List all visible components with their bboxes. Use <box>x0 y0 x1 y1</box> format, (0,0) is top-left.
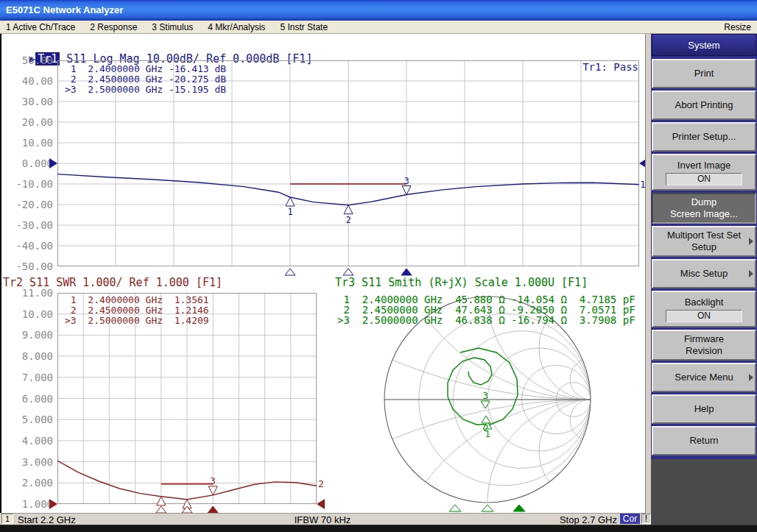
tr2-y-label-9.000: 9.000 <box>10 329 53 341</box>
softkey-misc-setup-label: Misc Setup <box>680 268 728 280</box>
tr2-end-label: 2 <box>318 478 324 489</box>
softkey-backlight[interactable]: BacklightON <box>652 291 756 327</box>
tr1-marker-row-1: 1 2.4000000 GHz -16.413 dB <box>65 64 226 74</box>
softkey-invert-image-toggle[interactable]: ON <box>666 173 742 185</box>
softkey-firmware-revision-label: Revision <box>686 345 722 357</box>
tr1-y-label-10.00: 10.00 <box>10 137 53 149</box>
softkey-multiport-test-set-setup[interactable]: Multiport Test SetSetup <box>652 226 756 257</box>
status-stop-frequency: Stop 2.7 GHz <box>507 514 617 525</box>
tr1-ref-arrow-left-icon <box>49 158 57 169</box>
tr1-marker-row-3: >3 2.5000000 GHz -15.195 dB <box>65 85 226 95</box>
softkey-backlight-toggle[interactable]: ON <box>666 310 742 322</box>
tr3-stimulus-marker-3 <box>513 505 525 511</box>
tr2-ref-arrow-right-icon <box>317 499 325 509</box>
tr3-marker-table: 1 2.4000000 GHz 45.880 Ω -14.054 Ω 4.718… <box>337 294 635 325</box>
tr2-y-label-6.000: 6.000 <box>10 393 53 405</box>
tr2-y-label-3.000: 3.000 <box>10 456 53 468</box>
tr2-header: Tr2 S11 SWR 1.000/ Ref 1.000 [F1] <box>3 276 222 288</box>
tr2-y-label-8.000: 8.000 <box>10 350 53 362</box>
softkey-backlight-label: Backlight <box>685 297 724 308</box>
correction-badge: Cor <box>620 514 640 524</box>
tr2-ref-arrow-left-icon <box>49 499 57 509</box>
svg-text:2: 2 <box>483 423 488 433</box>
tr1-y-label--10.00: -10.00 <box>10 178 53 190</box>
softkey-return[interactable]: Return <box>652 426 756 455</box>
softkey-dump-screen-image[interactable]: DumpScreen Image... <box>652 193 756 224</box>
tr2-y-label-11.00: 11.00 <box>10 287 53 299</box>
softkey-service-menu-label: Service Menu <box>675 372 733 383</box>
menu-item-2-response[interactable]: 2 Response <box>90 22 137 32</box>
tr2-y-label-5.000: 5.000 <box>10 414 53 425</box>
softkey-firmware-revision[interactable]: FirmwareRevision <box>652 330 756 361</box>
softkey-abort-printing[interactable]: Abort Printing <box>652 91 756 120</box>
softkey-invert-image[interactable]: Invert ImageON <box>652 154 756 191</box>
menu-bar: 1 Active Ch/Trace2 Response3 Stimulus4 M… <box>0 21 757 34</box>
status-ifbw: IFBW 70 kHz <box>249 514 396 525</box>
softkey-firmware-revision-label: Firmware <box>684 333 724 345</box>
softkey-multiport-test-set-setup-label: Multiport Test Set <box>667 230 741 241</box>
softkey-help[interactable]: Help <box>652 394 756 424</box>
tr2-marker-table: 1 2.4000000 GHz 1.3561 2 2.4500000 GHz 1… <box>65 295 209 326</box>
tr3-stimulus-marker-2 <box>482 505 493 511</box>
softkey-print[interactable]: Print <box>652 59 756 88</box>
menu-item-3-stimulus[interactable]: 3 Stimulus <box>152 22 193 32</box>
softkey-stack: System PrintAbort PrintingPrinter Setup.… <box>651 34 757 459</box>
tr2-y-label-2.000: 2.000 <box>10 477 53 489</box>
svg-text:3: 3 <box>211 476 216 486</box>
tr1-y-label--40.00: -40.00 <box>10 240 53 252</box>
tr1-y-label-50.00: 50.00 <box>10 54 53 66</box>
softkey-menu-title: System <box>652 34 756 56</box>
tr3-stimulus-marker-1 <box>449 505 461 511</box>
softkey-print-label: Print <box>694 68 714 79</box>
menu-item-4-mkr-analysis[interactable]: 4 Mkr/Analysis <box>208 22 265 32</box>
taskbar-fragment <box>0 525 757 532</box>
channel-indicator[interactable]: 1 <box>1 514 13 524</box>
tr3-trace-line <box>448 348 518 425</box>
tr2-y-label-10.00: 10.00 <box>10 308 53 320</box>
softkey-return-label: Return <box>689 435 718 447</box>
softkey-service-menu[interactable]: Service Menu <box>652 363 756 392</box>
tr1-y-label-30.00: 30.00 <box>10 96 53 107</box>
window-titlebar: E5071C Network Analyzer <box>0 0 757 21</box>
tr1-y-label-40.00: 40.00 <box>10 75 53 87</box>
window-title: E5071C Network Analyzer <box>6 4 123 15</box>
softkey-help-label: Help <box>694 403 714 415</box>
softkey-multiport-test-set-setup-label: Setup <box>691 241 716 253</box>
tr1-y-label-0.000: 0.000 <box>10 157 53 169</box>
tr2-y-label-4.000: 4.000 <box>10 435 53 447</box>
menu-item-5-instr-state[interactable]: 5 Instr State <box>280 22 328 32</box>
tr1-marker-row-2: 2 2.4500000 GHz -20.275 dB <box>65 74 226 85</box>
softkey-service-menu-more-icon <box>749 374 753 381</box>
tr3-smith-chart: 123 <box>381 297 594 513</box>
tr3-marker-row-3: >3 2.5000000 GHz 46.838 Ω -16.794 Ω 3.79… <box>337 315 635 325</box>
window-gutter <box>645 34 651 525</box>
tr1-marker-table: 1 2.4000000 GHz -16.413 dB 2 2.4500000 G… <box>65 64 226 95</box>
tr3-header: Tr3 S11 Smith (R+jX) Scale 1.000U [F1] <box>335 276 588 288</box>
softkey-multiport-test-set-setup-more-icon <box>749 238 753 245</box>
softkey-printer-setup[interactable]: Printer Setup... <box>652 122 756 152</box>
softkey-misc-setup-more-icon <box>749 270 753 277</box>
tr2-marker-row-2: 2 2.4500000 GHz 1.2146 <box>65 305 209 316</box>
softkey-abort-printing-label: Abort Printing <box>675 99 733 111</box>
tr1-y-label-20.00: 20.00 <box>10 116 53 128</box>
svg-text:3: 3 <box>404 176 409 186</box>
softkey-sidebar: System PrintAbort PrintingPrinter Setup.… <box>651 34 757 525</box>
softkey-misc-setup[interactable]: Misc Setup <box>652 259 756 288</box>
menu-item-1-active-ch-trace[interactable]: 1 Active Ch/Trace <box>6 22 75 32</box>
warning-badge: ! <box>641 514 651 524</box>
softkey-printer-setup-label: Printer Setup... <box>672 131 736 143</box>
e5071c-screen: E5071C Network Analyzer 1 Active Ch/Trac… <box>0 0 757 532</box>
status-start-frequency: Start 2.2 GHz <box>18 514 76 525</box>
svg-text:1: 1 <box>287 207 292 217</box>
softkey-invert-image-label: Invert Image <box>677 160 730 171</box>
tr1-y-label--30.00: -30.00 <box>10 219 53 231</box>
tr2-marker-row-1: 1 2.4000000 GHz 1.3561 <box>65 295 209 305</box>
tr2-y-label-7.000: 7.000 <box>10 372 53 383</box>
softkey-dump-screen-image-label: Dump <box>691 196 717 208</box>
tr3-marker-row-1: 1 2.4000000 GHz 45.880 Ω -14.054 Ω 4.718… <box>337 294 635 305</box>
menu-item-resize[interactable]: Resize <box>724 22 751 32</box>
tr2-marker-row-3: >3 2.5000000 GHz 1.4209 <box>65 316 209 326</box>
svg-text:3: 3 <box>482 391 487 401</box>
tr1-y-label--50.00: -50.00 <box>10 260 53 272</box>
svg-text:2: 2 <box>345 215 351 225</box>
